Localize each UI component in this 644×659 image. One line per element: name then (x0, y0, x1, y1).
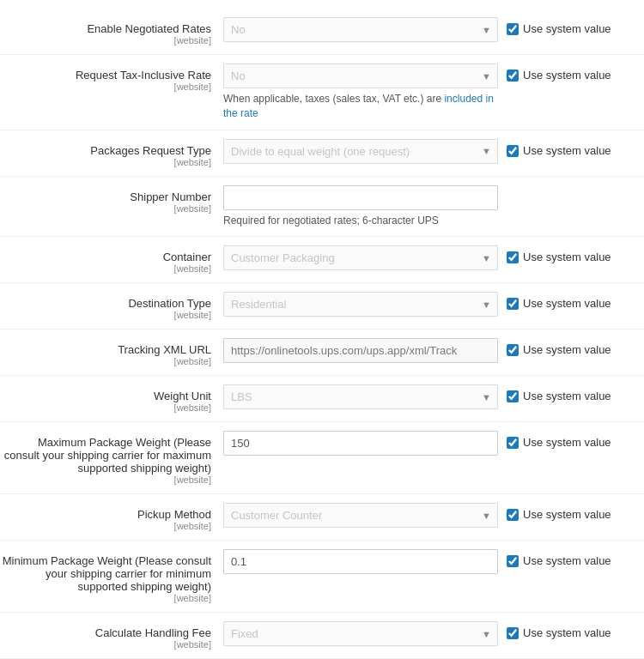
label-col-container: Container[website] (0, 245, 223, 274)
select-destination-type[interactable]: ResidentialCommercial (223, 292, 498, 317)
use-system-checkbox-enable-negotiated[interactable] (507, 23, 519, 35)
form-row-tracking-xml-url: Tracking XML URL[website]Use system valu… (0, 330, 644, 376)
input-col-calculate-handling-fee: FixedPercent▼ (223, 621, 507, 646)
use-system-checkbox-weight-unit[interactable] (507, 390, 519, 402)
use-system-text-request-tax: Use system value (523, 69, 611, 82)
label-main-max-package-weight: Maximum Package Weight (Please consult y… (0, 436, 211, 475)
form-row-calculate-handling-fee: Calculate Handling Fee[website]FixedPerc… (0, 613, 644, 659)
input-col-packages-request-type: Divide to equal weight (one request)Use … (223, 139, 507, 164)
system-col-min-package-weight: Use system value (507, 549, 644, 567)
use-system-label-enable-negotiated[interactable]: Use system value (507, 22, 611, 35)
label-main-request-tax: Request Tax-Inclusive Rate (0, 69, 211, 82)
use-system-checkbox-min-package-weight[interactable] (507, 555, 519, 567)
use-system-checkbox-destination-type[interactable] (507, 298, 519, 310)
use-system-label-container[interactable]: Use system value (507, 251, 611, 263)
label-col-max-package-weight: Maximum Package Weight (Please consult y… (0, 431, 223, 485)
label-col-packages-request-type: Packages Request Type[website] (0, 139, 223, 167)
label-col-weight-unit: Weight Unit[website] (0, 384, 223, 413)
select-wrap-weight-unit: LBSKGS▼ (223, 384, 498, 409)
select-calculate-handling-fee[interactable]: FixedPercent (223, 621, 498, 646)
label-sub-enable-negotiated: [website] (0, 35, 211, 45)
use-system-checkbox-tracking-xml-url[interactable] (507, 344, 519, 356)
system-col-container: Use system value (507, 245, 644, 263)
label-col-enable-negotiated: Enable Negotiated Rates[website] (0, 17, 223, 45)
label-main-shipper-number: Shipper Number (0, 190, 211, 203)
system-col-pickup-method: Use system value (507, 503, 644, 521)
select-weight-unit[interactable]: LBSKGS (223, 384, 498, 409)
input-col-container: Customer PackagingUPS LetterCustomer Sup… (223, 245, 507, 270)
use-system-label-request-tax[interactable]: Use system value (507, 69, 611, 82)
use-system-label-max-package-weight[interactable]: Use system value (507, 436, 611, 449)
use-system-label-packages-request-type[interactable]: Use system value (507, 144, 611, 157)
label-sub-container: [website] (0, 263, 211, 274)
label-main-min-package-weight: Minimum Package Weight (Please consult y… (0, 554, 211, 593)
form-row-shipper-number: Shipper Number[website]Required for nego… (0, 177, 644, 238)
text-input-tracking-xml-url[interactable] (223, 338, 498, 363)
label-sub-pickup-method: [website] (0, 521, 211, 531)
label-main-destination-type: Destination Type (0, 297, 211, 310)
select-packages-request-type[interactable]: Divide to equal weight (one request)Use … (223, 139, 498, 164)
label-sub-calculate-handling-fee: [website] (0, 639, 211, 650)
input-col-shipper-number: Required for negotiated rates; 6-charact… (223, 185, 507, 228)
label-sub-packages-request-type: [website] (0, 157, 211, 167)
select-pickup-method[interactable]: Customer CounterDaily PickupOne Time Pic… (223, 503, 498, 528)
select-enable-negotiated[interactable]: NoYes (223, 17, 498, 42)
system-col-request-tax: Use system value (507, 63, 644, 82)
label-sub-max-package-weight: [website] (0, 475, 211, 485)
use-system-checkbox-max-package-weight[interactable] (507, 437, 519, 449)
use-system-checkbox-calculate-handling-fee[interactable] (507, 627, 519, 639)
label-main-packages-request-type: Packages Request Type (0, 144, 211, 157)
input-col-max-package-weight (223, 431, 507, 456)
label-main-calculate-handling-fee: Calculate Handling Fee (0, 626, 211, 639)
label-col-request-tax: Request Tax-Inclusive Rate[website] (0, 63, 223, 92)
use-system-checkbox-pickup-method[interactable] (507, 509, 519, 521)
use-system-label-calculate-handling-fee[interactable]: Use system value (507, 626, 611, 639)
form-row-max-package-weight: Maximum Package Weight (Please consult y… (0, 422, 644, 494)
label-sub-request-tax: [website] (0, 82, 211, 92)
form-row-destination-type: Destination Type[website]ResidentialComm… (0, 283, 644, 330)
use-system-text-packages-request-type: Use system value (523, 144, 611, 157)
system-col-tracking-xml-url: Use system value (507, 338, 644, 356)
label-sub-min-package-weight: [website] (0, 593, 211, 603)
use-system-text-min-package-weight: Use system value (523, 554, 611, 567)
input-col-weight-unit: LBSKGS▼ (223, 384, 507, 409)
use-system-label-min-package-weight[interactable]: Use system value (507, 554, 611, 567)
form-row-enable-negotiated: Enable Negotiated Rates[website]NoYes▼Us… (0, 9, 644, 55)
use-system-checkbox-request-tax[interactable] (507, 70, 519, 82)
select-wrap-packages-request-type: Divide to equal weight (one request)Use … (223, 139, 498, 164)
use-system-text-enable-negotiated: Use system value (523, 22, 611, 35)
input-col-request-tax: NoYes▼When applicable, taxes (sales tax,… (223, 63, 507, 121)
text-input-max-package-weight[interactable] (223, 431, 498, 456)
label-col-shipper-number: Shipper Number[website] (0, 185, 223, 214)
use-system-label-destination-type[interactable]: Use system value (507, 297, 611, 310)
select-wrap-destination-type: ResidentialCommercial▼ (223, 292, 498, 317)
text-input-shipper-number[interactable] (223, 185, 498, 210)
label-col-tracking-xml-url: Tracking XML URL[website] (0, 338, 223, 366)
use-system-text-container: Use system value (523, 251, 611, 263)
label-col-pickup-method: Pickup Method[website] (0, 503, 223, 531)
select-wrap-calculate-handling-fee: FixedPercent▼ (223, 621, 498, 646)
label-main-container: Container (0, 251, 211, 263)
input-col-min-package-weight (223, 549, 507, 574)
use-system-label-pickup-method[interactable]: Use system value (507, 508, 611, 521)
use-system-text-max-package-weight: Use system value (523, 436, 611, 449)
label-main-pickup-method: Pickup Method (0, 508, 211, 521)
label-main-tracking-xml-url: Tracking XML URL (0, 343, 211, 356)
form-row-packages-request-type: Packages Request Type[website]Divide to … (0, 130, 644, 177)
use-system-label-weight-unit[interactable]: Use system value (507, 390, 611, 402)
label-sub-tracking-xml-url: [website] (0, 356, 211, 366)
use-system-text-destination-type: Use system value (523, 297, 611, 310)
use-system-label-tracking-xml-url[interactable]: Use system value (507, 343, 611, 356)
input-col-destination-type: ResidentialCommercial▼ (223, 292, 507, 317)
select-request-tax[interactable]: NoYes (223, 63, 498, 88)
hint-shipper-number: Required for negotiated rates; 6-charact… (223, 214, 498, 228)
text-input-min-package-weight[interactable] (223, 549, 498, 574)
select-container[interactable]: Customer PackagingUPS LetterCustomer Sup… (223, 245, 498, 270)
label-main-weight-unit: Weight Unit (0, 390, 211, 402)
label-sub-weight-unit: [website] (0, 402, 211, 413)
select-wrap-pickup-method: Customer CounterDaily PickupOne Time Pic… (223, 503, 498, 528)
select-wrap-request-tax: NoYes▼ (223, 63, 498, 88)
use-system-checkbox-packages-request-type[interactable] (507, 145, 519, 157)
use-system-checkbox-container[interactable] (507, 251, 519, 263)
label-col-min-package-weight: Minimum Package Weight (Please consult y… (0, 549, 223, 603)
